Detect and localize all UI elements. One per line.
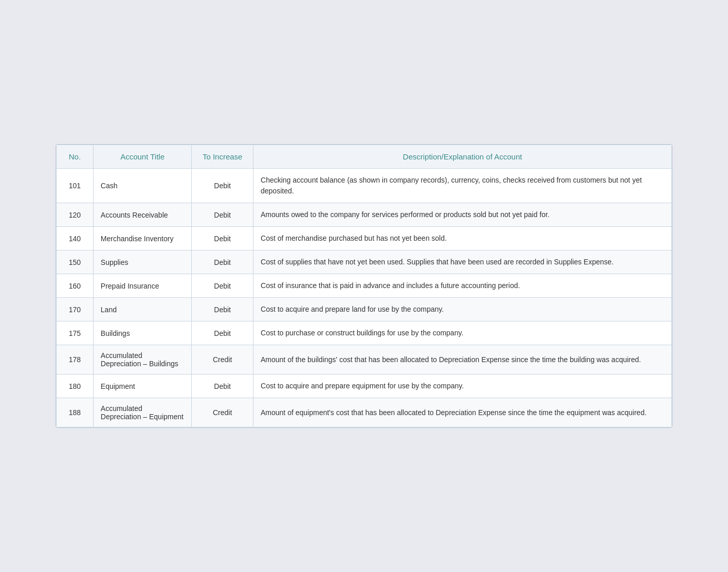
cell-description: Amounts owed to the company for services… [253,203,672,227]
cell-description: Checking account balance (as shown in co… [253,169,672,203]
cell-increase: Debit [192,227,253,251]
table-header-row: No. Account Title To Increase Descriptio… [57,145,672,169]
cell-no: 175 [57,321,94,345]
cell-increase: Credit [192,345,253,374]
table-row: 178Accumulated Depreciation – BuildingsC… [57,345,672,374]
cell-increase: Debit [192,298,253,321]
table-row: 101CashDebitChecking account balance (as… [57,169,672,203]
cell-increase: Debit [192,274,253,298]
cell-title: Accounts Receivable [93,203,192,227]
table-row: 140Merchandise InventoryDebitCost of mer… [57,227,672,251]
table-row: 188Accumulated Depreciation – EquipmentC… [57,398,672,427]
cell-no: 120 [57,203,94,227]
cell-no: 170 [57,298,94,321]
cell-title: Buildings [93,321,192,345]
table-row: 120Accounts ReceivableDebitAmounts owed … [57,203,672,227]
header-no: No. [57,145,94,169]
header-account-title: Account Title [93,145,192,169]
cell-title: Supplies [93,251,192,274]
header-description: Description/Explanation of Account [253,145,672,169]
cell-no: 101 [57,169,94,203]
cell-no: 180 [57,374,94,398]
cell-description: Cost of insurance that is paid in advanc… [253,274,672,298]
cell-increase: Debit [192,321,253,345]
cell-title: Cash [93,169,192,203]
table-row: 170LandDebitCost to acquire and prepare … [57,298,672,321]
cell-increase: Debit [192,169,253,203]
cell-increase: Credit [192,398,253,427]
account-table: No. Account Title To Increase Descriptio… [56,145,672,427]
cell-no: 140 [57,227,94,251]
cell-title: Land [93,298,192,321]
cell-no: 160 [57,274,94,298]
account-table-container: No. Account Title To Increase Descriptio… [56,144,672,428]
cell-increase: Debit [192,203,253,227]
cell-no: 188 [57,398,94,427]
cell-description: Cost of merchandise purchased but has no… [253,227,672,251]
cell-description: Cost to purchase or construct buildings … [253,321,672,345]
cell-description: Amount of equipment's cost that has been… [253,398,672,427]
table-row: 180EquipmentDebitCost to acquire and pre… [57,374,672,398]
cell-increase: Debit [192,374,253,398]
cell-description: Cost of supplies that have not yet been … [253,251,672,274]
table-row: 150SuppliesDebitCost of supplies that ha… [57,251,672,274]
cell-title: Merchandise Inventory [93,227,192,251]
cell-title: Accumulated Depreciation – Equipment [93,398,192,427]
cell-title: Equipment [93,374,192,398]
cell-no: 150 [57,251,94,274]
table-row: 160Prepaid InsuranceDebitCost of insuran… [57,274,672,298]
cell-no: 178 [57,345,94,374]
cell-description: Cost to acquire and prepare land for use… [253,298,672,321]
cell-title: Accumulated Depreciation – Buildings [93,345,192,374]
cell-increase: Debit [192,251,253,274]
cell-description: Cost to acquire and prepare equipment fo… [253,374,672,398]
header-to-increase: To Increase [192,145,253,169]
table-row: 175BuildingsDebitCost to purchase or con… [57,321,672,345]
cell-description: Amount of the buildings' cost that has b… [253,345,672,374]
cell-title: Prepaid Insurance [93,274,192,298]
